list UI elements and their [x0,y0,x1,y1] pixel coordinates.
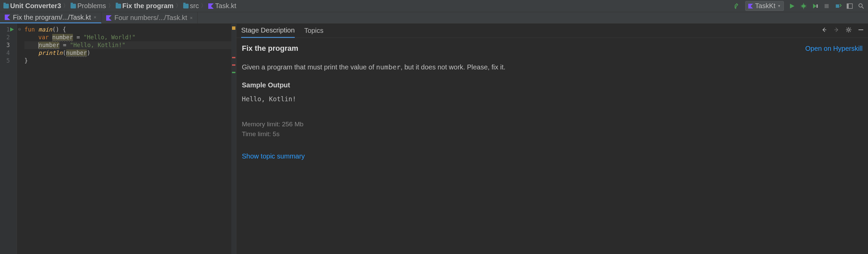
function-call: println [38,49,63,56]
kotlin-file-icon [5,15,10,20]
run-button[interactable] [789,3,795,9]
task-body: Fix the program Open on Hyperskill Given… [236,38,868,166]
svg-point-0 [802,4,805,8]
breadcrumb-src[interactable]: src [183,2,199,10]
top-nav-bar: Unit Converter3 〉 Problems 〉 Fix the pro… [0,0,868,12]
warning-marker[interactable] [232,26,235,30]
kotlin-file-icon [106,15,112,21]
svg-rect-8 [859,29,863,30]
debug-button[interactable] [800,3,807,9]
hammer-icon[interactable] [734,3,740,9]
task-pane: Stage Description Topics Fix the progr [236,24,868,254]
kotlin-icon [748,3,753,9]
file-tab-active[interactable]: Fix the program/.../Task.kt × [0,12,101,23]
folder-icon [183,4,189,8]
task-desc-text: , but it does not work. Please, fix it. [401,63,505,71]
svg-point-7 [848,29,850,31]
stop-button[interactable] [823,3,830,9]
close-icon[interactable]: × [190,15,193,21]
svg-point-6 [859,4,862,7]
punctuation: = [59,42,70,48]
back-arrow-icon[interactable] [821,27,827,35]
punctuation: } [24,57,28,64]
breadcrumb-label: Problems [77,2,106,10]
run-config-selector[interactable]: TaskKt ▼ [745,1,784,11]
keyword: var [38,34,52,41]
code-line-current: number = "Hello, Kotlin!" [24,41,231,49]
folder-icon [116,4,121,8]
punctuation: = [73,34,83,41]
breadcrumb-task[interactable]: Fix the program [116,2,174,10]
run-config-label: TaskKt [755,2,775,10]
function-name: main [38,26,52,33]
breadcrumbs: Unit Converter3 〉 Problems 〉 Fix the pro… [3,2,236,10]
run-with-coverage-button[interactable] [812,3,818,9]
layout-settings-icon[interactable] [846,3,853,9]
line-number: 2 [6,34,17,41]
main-split: 1 2 3 4 5 ⊖ fun main() { var number = "H… [0,24,868,254]
marker-column [231,24,236,254]
chevron-right-icon: 〉 [201,2,206,9]
string-literal: "Hello, Kotlin!" [70,42,126,48]
punctuation: () { [52,26,66,33]
breadcrumb-root[interactable]: Unit Converter3 [3,2,61,10]
gear-icon[interactable] [846,27,852,35]
attach-button[interactable] [835,3,842,9]
code-line: } [24,57,231,65]
time-limit: Time limit: 5s [242,129,863,139]
breadcrumb-problems[interactable]: Problems [71,2,106,10]
identifier: number [52,34,73,41]
code-line: println(number) [24,49,231,57]
breadcrumb-label: Task.kt [215,2,236,10]
task-desc-text: Given a program that must print the valu… [242,63,376,71]
breadcrumb-label: src [190,2,199,10]
kotlin-file-icon [208,3,214,9]
svg-rect-2 [825,4,829,8]
highlight-marker[interactable] [232,64,235,66]
forward-arrow-icon[interactable] [833,27,840,35]
ok-marker[interactable] [232,72,235,73]
punctuation: ( [63,49,66,56]
tab-stage-description[interactable]: Stage Description [241,24,295,38]
toolbar-right: TaskKt ▼ [734,1,865,11]
svg-rect-5 [847,4,849,8]
sample-output-heading: Sample Output [242,81,863,89]
line-number: 3 [6,41,17,49]
task-desc-code: number [376,63,401,71]
identifier: number [66,49,87,56]
breadcrumb-file[interactable]: Task.kt [208,2,236,10]
svg-rect-1 [816,4,818,8]
memory-limit: Memory limit: 256 Mb [242,120,863,129]
identifier: number [39,42,59,48]
chevron-right-icon: 〉 [176,2,181,9]
sample-output-value: Hello, Kotlin! [242,95,863,103]
task-tab-controls [821,27,864,35]
tab-topics[interactable]: Topics [304,24,324,37]
task-title: Fix the program [242,44,298,53]
show-topic-summary-link[interactable]: Show topic summary [242,152,863,160]
svg-rect-3 [836,4,839,8]
hyperskill-link[interactable]: Open on Hyperskill [805,45,863,52]
file-tab-label: Four numbers/.../Task.kt [114,14,187,22]
editor-tabs: Fix the program/.../Task.kt × Four numbe… [0,12,868,24]
folder-icon [3,4,9,8]
search-icon[interactable] [858,3,865,9]
breadcrumb-label: Fix the program [122,2,174,10]
folder-icon [71,4,76,8]
file-tab[interactable]: Four numbers/.../Task.kt × [101,12,198,23]
run-gutter-icon[interactable] [9,26,14,34]
task-header: Fix the program Open on Hyperskill [242,44,863,53]
limits-block: Memory limit: 256 Mb Time limit: 5s [242,120,863,139]
highlight-marker[interactable] [232,57,235,58]
minimize-icon[interactable] [858,27,864,35]
task-description: Given a program that must print the valu… [242,62,863,72]
line-number: 5 [6,57,17,65]
chevron-right-icon: 〉 [108,2,114,9]
chevron-right-icon: 〉 [63,2,69,9]
punctuation: ) [87,49,90,56]
code-line: var number = "Hello, World!" [24,34,231,41]
close-icon[interactable]: × [94,15,96,20]
file-tab-label: Fix the program/.../Task.kt [13,14,91,21]
code-area[interactable]: fun main() { var number = "Hello, World!… [17,24,231,254]
task-tabs: Stage Description Topics [236,24,868,38]
